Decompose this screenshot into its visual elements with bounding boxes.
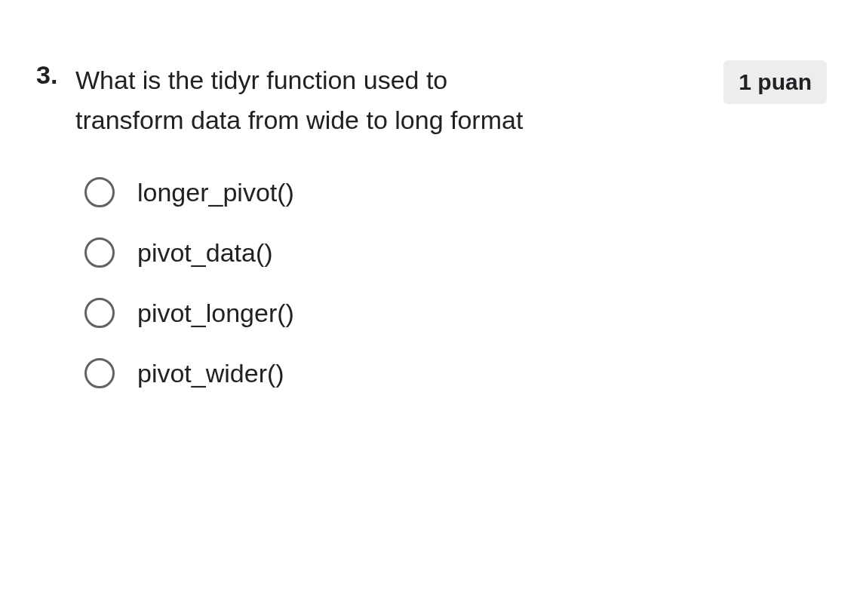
- question-number: 3.: [36, 60, 75, 90]
- option-label: longer_pivot(): [137, 178, 294, 207]
- option-label: pivot_data(): [137, 238, 273, 268]
- option-2[interactable]: pivot_data(): [84, 238, 827, 268]
- option-label: pivot_longer(): [137, 299, 294, 328]
- option-4[interactable]: pivot_wider(): [84, 358, 827, 388]
- option-label: pivot_wider(): [137, 359, 284, 388]
- radio-icon: [84, 358, 115, 388]
- radio-icon: [84, 177, 115, 207]
- question-container: 3. What is the tidyr function used to tr…: [36, 60, 827, 418]
- option-1[interactable]: longer_pivot(): [84, 177, 827, 207]
- radio-icon: [84, 298, 115, 328]
- question-header: What is the tidyr function used to trans…: [75, 60, 827, 139]
- points-badge: 1 puan: [723, 60, 827, 104]
- option-3[interactable]: pivot_longer(): [84, 298, 827, 328]
- options-list: longer_pivot() pivot_data() pivot_longer…: [75, 177, 827, 388]
- radio-icon: [84, 238, 115, 268]
- question-text: What is the tidyr function used to trans…: [75, 60, 528, 139]
